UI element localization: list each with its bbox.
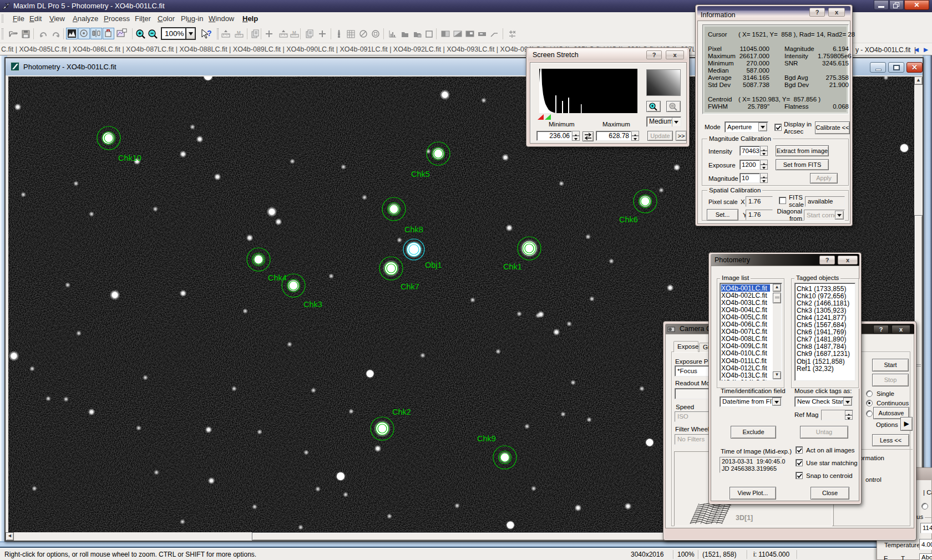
svg-text:M: M — [292, 30, 296, 35]
svg-text:Chk1: Chk1 — [503, 262, 522, 271]
svg-text:Chk2: Chk2 — [392, 408, 411, 416]
svg-text:Chk5: Chk5 — [411, 170, 430, 179]
svg-text:Chk4: Chk4 — [268, 273, 287, 282]
svg-text:Chk10: Chk10 — [118, 154, 141, 162]
svg-text:?: ? — [207, 29, 212, 38]
svg-text:M: M — [237, 30, 241, 35]
svg-text:Chk9: Chk9 — [477, 434, 496, 443]
svg-text:Chk8: Chk8 — [404, 225, 423, 234]
svg-text:Obj1: Obj1 — [425, 261, 442, 269]
svg-text:Chk6: Chk6 — [619, 215, 638, 224]
svg-text:Chk7: Chk7 — [401, 282, 419, 291]
svg-text:Chk3: Chk3 — [303, 300, 322, 309]
